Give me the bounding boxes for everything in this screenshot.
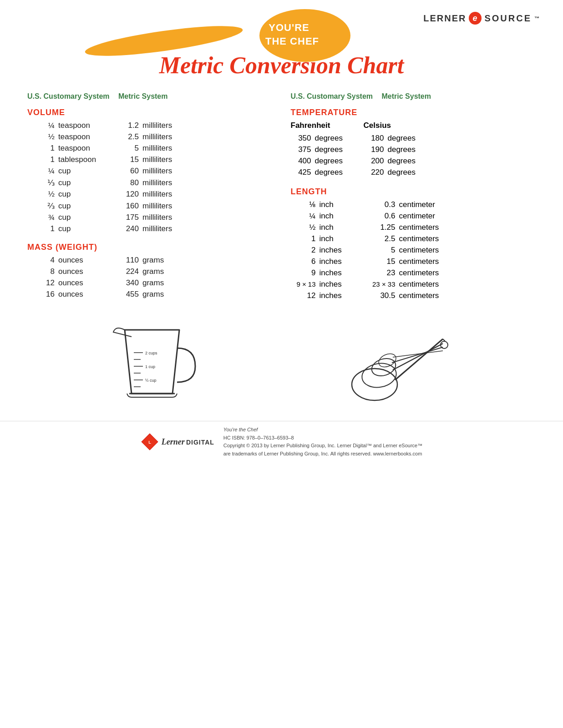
mass-row-2: 12 ounces 340 grams bbox=[27, 278, 273, 288]
temp-cel-unit-3: degrees bbox=[384, 168, 416, 177]
volume-row-7: ⅔ cup 160 milliliters bbox=[27, 201, 273, 211]
vol-us-unit-4: cup bbox=[55, 167, 114, 176]
fahrenheit-header: Fahrenheit bbox=[291, 121, 364, 130]
mass-us-qty-0: 4 bbox=[27, 256, 55, 265]
mass-us-unit-0: ounces bbox=[55, 256, 114, 265]
vol-us-unit-9: cup bbox=[55, 224, 114, 233]
len-metric-qty-5: 15 bbox=[366, 257, 396, 266]
svg-text:YOU'RE: YOU'RE bbox=[269, 22, 309, 33]
mass-us-qty-2: 12 bbox=[27, 278, 55, 288]
temp-fahr-unit-2: degrees bbox=[311, 157, 364, 166]
length-row-3: 1 inch 2.5 centimeters bbox=[291, 234, 536, 243]
footer-isbn: HC ISBN: 978–0–7613–6593–8 bbox=[223, 434, 422, 442]
lerner-logo: LERNER e SOURCE ™ bbox=[423, 12, 545, 25]
volume-row-6: ½ cup 120 milliliters bbox=[27, 190, 273, 199]
len-unit-3: inch bbox=[316, 234, 366, 243]
temp-cel-unit-1: degrees bbox=[384, 145, 416, 154]
length-row-8: 12 inches 30.5 centimeters bbox=[291, 291, 536, 300]
temp-cel-qty-2: 200 bbox=[364, 157, 384, 166]
len-metric-unit-0: centimeter bbox=[396, 200, 435, 209]
left-us-header: U.S. Customary System bbox=[27, 92, 118, 101]
mass-rows: 4 ounces 110 grams 8 ounces 224 grams 12… bbox=[27, 256, 273, 299]
length-row-5: 6 inches 15 centimeters bbox=[291, 257, 536, 266]
length-row-0: ⅛ inch 0.3 centimeter bbox=[291, 200, 536, 209]
vol-us-qty-0: ¼ bbox=[27, 121, 55, 130]
vol-us-unit-6: cup bbox=[55, 190, 114, 199]
length-label: LENGTH bbox=[291, 187, 536, 197]
measuring-spoons-illustration bbox=[334, 316, 461, 407]
footer-lerner-italic: Lerner bbox=[162, 437, 185, 446]
footer-copyright-line1: Copyright © 2013 by Lerner Publishing Gr… bbox=[223, 442, 422, 450]
volume-row-4: ¼ cup 60 milliliters bbox=[27, 167, 273, 176]
len-unit-7: inches bbox=[316, 280, 366, 289]
mass-metric-qty-3: 455 bbox=[114, 290, 139, 299]
content-area: U.S. Customary System Metric System VOLU… bbox=[0, 92, 563, 303]
temp-row-2: 400 degrees 200 degrees bbox=[291, 157, 536, 166]
vol-metric-unit-7: milliliters bbox=[139, 202, 172, 211]
footer-copyright-line2: are trademarks of Lerner Publishing Grou… bbox=[223, 450, 422, 458]
mass-us-qty-1: 8 bbox=[27, 267, 55, 276]
vol-us-unit-8: cup bbox=[55, 213, 114, 222]
svg-text:1 cup: 1 cup bbox=[145, 364, 155, 369]
e-badge: e bbox=[469, 12, 482, 25]
vol-metric-unit-3: milliliters bbox=[139, 155, 172, 164]
temp-column-headers: Fahrenheit Celsius bbox=[291, 121, 536, 130]
length-row-6: 9 inches 23 centimeters bbox=[291, 268, 536, 278]
vol-us-qty-6: ½ bbox=[27, 190, 55, 199]
vol-us-unit-3: tablespoon bbox=[55, 155, 114, 164]
mass-metric-unit-0: grams bbox=[139, 256, 164, 265]
temp-cel-qty-3: 220 bbox=[364, 168, 384, 177]
mass-us-qty-3: 16 bbox=[27, 290, 55, 299]
svg-text:½ cup: ½ cup bbox=[145, 378, 157, 383]
temp-cel-qty-1: 190 bbox=[364, 145, 384, 154]
vol-metric-qty-8: 175 bbox=[114, 213, 139, 222]
vol-metric-unit-6: milliliters bbox=[139, 190, 172, 199]
vol-metric-unit-0: milliliters bbox=[139, 121, 172, 130]
vol-us-unit-2: teaspoon bbox=[55, 144, 114, 153]
vol-metric-unit-2: milliliters bbox=[139, 144, 172, 153]
len-qty-7: 9 × 13 bbox=[291, 280, 316, 288]
tm-text: ™ bbox=[534, 15, 540, 21]
vol-us-unit-1: teaspoon bbox=[55, 132, 114, 142]
footer-copyright-area: You're the Chef HC ISBN: 978–0–7613–6593… bbox=[223, 426, 422, 458]
right-column: U.S. Customary System Metric System TEMP… bbox=[291, 92, 536, 303]
source-text: SOURCE bbox=[484, 13, 532, 24]
volume-row-9: 1 cup 240 milliliters bbox=[27, 224, 273, 233]
vol-metric-unit-4: milliliters bbox=[139, 167, 172, 176]
svg-text:L: L bbox=[148, 440, 151, 445]
vol-metric-unit-9: milliliters bbox=[139, 224, 172, 233]
volume-label: VOLUME bbox=[27, 108, 273, 117]
len-unit-8: inches bbox=[316, 291, 366, 300]
svg-text:THE CHEF: THE CHEF bbox=[265, 35, 319, 47]
vol-metric-qty-6: 120 bbox=[114, 190, 139, 199]
header: YOU'RE THE CHEF LERNER e SOURCE ™ bbox=[0, 0, 563, 25]
temp-cel-qty-0: 180 bbox=[364, 134, 384, 143]
len-metric-unit-5: centimeters bbox=[396, 257, 439, 266]
mass-us-unit-2: ounces bbox=[55, 278, 114, 288]
mass-metric-unit-2: grams bbox=[139, 278, 164, 288]
mass-us-unit-3: ounces bbox=[55, 290, 114, 299]
vol-us-qty-8: ¾ bbox=[27, 213, 55, 222]
len-metric-unit-7: centimeters bbox=[396, 280, 439, 289]
volume-row-5: ⅓ cup 80 milliliters bbox=[27, 178, 273, 187]
len-unit-4: inches bbox=[316, 246, 366, 255]
len-metric-unit-2: centimeters bbox=[396, 223, 439, 232]
footer-logo: L Lerner DIGITAL bbox=[141, 433, 214, 451]
footer-digital-text: DIGITAL bbox=[186, 439, 214, 446]
length-row-7: 9 × 13 inches 23 × 33 centimeters bbox=[291, 280, 536, 289]
lerner-diamond-icon: L bbox=[141, 433, 159, 451]
temp-fahr-unit-3: degrees bbox=[311, 168, 364, 177]
vol-us-qty-5: ⅓ bbox=[27, 178, 55, 187]
vol-metric-qty-1: 2.5 bbox=[114, 132, 139, 142]
mass-metric-unit-3: grams bbox=[139, 290, 164, 299]
len-metric-qty-1: 0.6 bbox=[366, 212, 396, 221]
mass-row-3: 16 ounces 455 grams bbox=[27, 290, 273, 299]
len-qty-3: 1 bbox=[291, 234, 316, 243]
temp-label: TEMPERATURE bbox=[291, 108, 536, 117]
len-qty-1: ¼ bbox=[291, 212, 316, 221]
len-unit-0: inch bbox=[316, 200, 366, 209]
vol-us-qty-3: 1 bbox=[27, 155, 55, 164]
temp-cel-unit-0: degrees bbox=[384, 134, 416, 143]
lerner-brand-text: LERNER bbox=[423, 13, 466, 24]
vol-us-qty-7: ⅔ bbox=[27, 201, 55, 211]
